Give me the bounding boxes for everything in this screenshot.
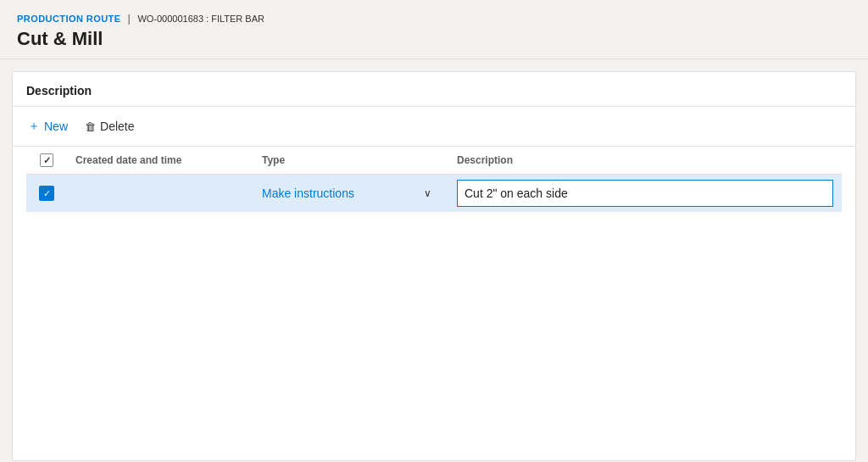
row-check-cell[interactable]: ✓ xyxy=(26,175,67,213)
row-created-date xyxy=(67,175,253,213)
breadcrumb-production-route[interactable]: PRODUCTION ROUTE xyxy=(17,14,121,24)
main-content-card: Description ＋ New 🗑 Delete ✓ Created dat… xyxy=(12,71,856,461)
breadcrumb: PRODUCTION ROUTE | WO-000001683 : FILTER… xyxy=(17,12,851,25)
description-table: ✓ Created date and time Type Description xyxy=(26,147,842,212)
trash-icon: 🗑 xyxy=(85,120,96,133)
new-button-label: New xyxy=(44,120,68,133)
header-area: PRODUCTION ROUTE | WO-000001683 : FILTER… xyxy=(0,0,868,59)
col-header-check[interactable]: ✓ xyxy=(26,147,67,175)
table-container: ✓ Created date and time Type Description xyxy=(13,147,855,212)
col-header-description: Description xyxy=(448,147,842,175)
page-title: Cut & Mill xyxy=(17,28,851,50)
col-header-type: Type xyxy=(253,147,448,175)
breadcrumb-wo-ref[interactable]: WO-000001683 : FILTER BAR xyxy=(137,14,264,24)
row-checkbox-selected[interactable]: ✓ xyxy=(39,186,54,201)
type-dropdown-value: Make instructions xyxy=(262,186,354,200)
chevron-down-icon: ∨ xyxy=(424,187,431,199)
table-header-row: ✓ Created date and time Type Description xyxy=(26,147,842,175)
section-header: Description xyxy=(13,72,855,107)
delete-button[interactable]: 🗑 Delete xyxy=(83,116,136,136)
description-input[interactable] xyxy=(457,180,833,207)
row-type-cell[interactable]: Make instructions ∨ xyxy=(253,175,448,213)
col-header-created-date: Created date and time xyxy=(67,147,253,175)
breadcrumb-separator: | xyxy=(128,12,131,25)
delete-button-label: Delete xyxy=(100,120,134,133)
type-dropdown[interactable]: Make instructions ∨ xyxy=(262,186,431,200)
plus-icon: ＋ xyxy=(28,119,40,134)
toolbar: ＋ New 🗑 Delete xyxy=(13,107,855,147)
row-description-cell[interactable] xyxy=(448,175,842,213)
new-button[interactable]: ＋ New xyxy=(26,115,70,137)
section-title: Description xyxy=(26,84,92,97)
header-checkbox[interactable]: ✓ xyxy=(40,153,53,167)
table-row[interactable]: ✓ Make instructions ∨ xyxy=(26,175,842,213)
